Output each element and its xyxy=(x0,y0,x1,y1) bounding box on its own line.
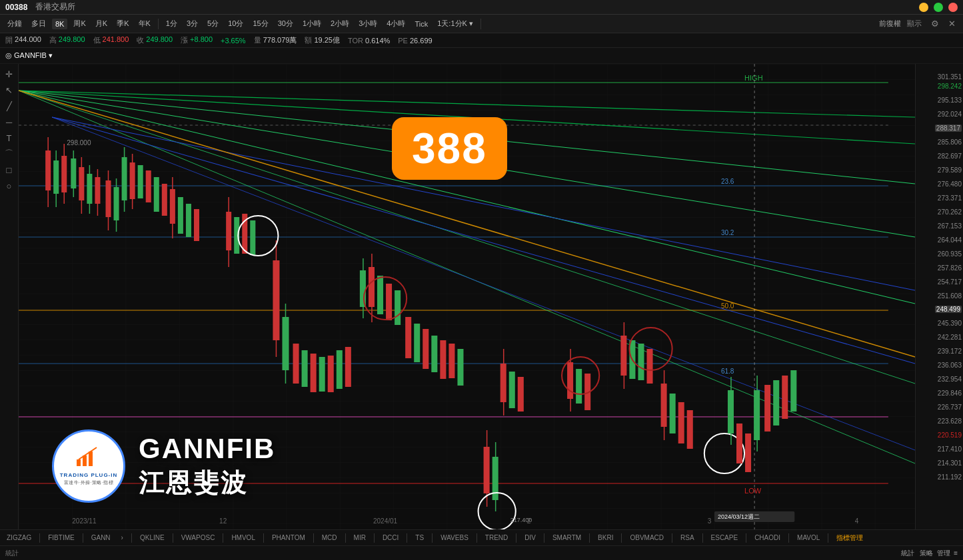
bt-zigzag[interactable]: ZIGZAG xyxy=(4,533,34,542)
svg-rect-85 xyxy=(250,220,255,255)
bt-mavol[interactable]: MAVOL xyxy=(794,533,822,542)
svg-rect-105 xyxy=(328,356,334,392)
bt-vwaposc[interactable]: VWAPOSC xyxy=(179,533,218,542)
bt-indicator-manage[interactable]: 指標管理 xyxy=(834,533,866,543)
tf-min[interactable]: 分鐘 xyxy=(4,17,25,30)
tf-8k[interactable]: 8K xyxy=(52,19,67,29)
price-214: 214.301 xyxy=(938,459,962,467)
tf-10min[interactable]: 10分 xyxy=(225,17,247,30)
svg-rect-107 xyxy=(345,347,351,387)
tf-1min[interactable]: 1分 xyxy=(163,17,181,30)
price-260: 260.935 xyxy=(938,250,962,258)
svg-text:LOW: LOW xyxy=(744,487,762,495)
left-toolbar: ✛ ↖ ╱ ─ T ⌒ □ ○ xyxy=(0,64,19,529)
tf-30min[interactable]: 30分 xyxy=(275,17,297,30)
fib-tool[interactable]: ⌒ xyxy=(2,146,17,161)
svg-text:4: 4 xyxy=(855,517,859,525)
tf-month[interactable]: 月K xyxy=(92,17,111,30)
svg-rect-89 xyxy=(282,317,289,370)
svg-rect-136 xyxy=(687,410,693,449)
bt-div[interactable]: DIV xyxy=(522,533,538,542)
tf-multiday[interactable]: 多日 xyxy=(28,17,49,30)
bt-phantom[interactable]: PHANTOM xyxy=(269,533,308,542)
rect-tool[interactable]: □ xyxy=(2,162,17,177)
tf-week[interactable]: 周K xyxy=(70,17,89,30)
settings-icon[interactable]: ⚙ xyxy=(928,17,942,30)
bt-gann[interactable]: GANN xyxy=(89,533,113,542)
bt-rsa[interactable]: RSA xyxy=(678,533,697,542)
price-301: 301.351 xyxy=(938,73,962,81)
svg-rect-100 xyxy=(395,290,401,325)
svg-rect-78 xyxy=(186,204,191,237)
price-257: 257.826 xyxy=(938,264,962,272)
svg-rect-64 xyxy=(122,157,127,200)
tf-4h[interactable]: 4小時 xyxy=(383,17,409,30)
maximize-btn[interactable] xyxy=(934,3,943,12)
svg-rect-162 xyxy=(77,459,81,466)
bt-sep18 xyxy=(702,533,703,543)
bt-hmvol[interactable]: HMVOL xyxy=(229,533,258,542)
tf-year[interactable]: 年K xyxy=(135,17,154,30)
bt-dcci[interactable]: DCCI xyxy=(380,533,401,542)
tf-1h[interactable]: 1小時 xyxy=(299,17,325,30)
bt-sep8 xyxy=(345,533,346,543)
bt-wavebs[interactable]: WAVEBS xyxy=(438,533,471,542)
tf-3h[interactable]: 3小時 xyxy=(355,17,381,30)
bt-sep5 xyxy=(223,533,223,543)
bt-sep15 xyxy=(589,533,590,543)
logo-right-text: GANNFIB 江恩斐波 xyxy=(139,433,275,500)
bt-mir[interactable]: MIR xyxy=(351,533,369,542)
tf-15min[interactable]: 15分 xyxy=(249,17,271,30)
circle-tool[interactable]: ○ xyxy=(2,178,17,193)
tf-5min[interactable]: 5分 xyxy=(204,17,222,30)
svg-rect-150 xyxy=(728,390,734,433)
crosshair-tool[interactable]: ✛ xyxy=(2,67,17,81)
svg-rect-114 xyxy=(457,349,463,386)
badge-388: 388 xyxy=(392,117,507,180)
bt-qkline[interactable]: QKLINE xyxy=(137,533,167,542)
line-tool[interactable]: ╱ xyxy=(2,99,17,113)
bt-mcd[interactable]: MCD xyxy=(319,533,340,542)
bt-smartm[interactable]: SMARTM xyxy=(550,533,584,542)
bt-bkri[interactable]: BKRI xyxy=(595,533,616,542)
svg-rect-102 xyxy=(302,350,308,387)
svg-rect-73 xyxy=(162,184,167,216)
svg-rect-161 xyxy=(790,370,796,412)
stock-code: 00388 xyxy=(5,3,27,12)
bt-escape[interactable]: ESCAPE xyxy=(708,533,741,542)
svg-rect-71 xyxy=(146,170,151,202)
bt-fibtime[interactable]: FIBTIME xyxy=(45,533,77,542)
infobar: 開 244.000 高 249.800 低 241.800 收 249.800 … xyxy=(0,33,963,48)
minimize-btn[interactable] xyxy=(919,3,928,12)
bt-ts[interactable]: TS xyxy=(413,533,427,542)
bt-gann-expand[interactable]: › xyxy=(119,533,126,542)
bt-obvmacd[interactable]: OBVMACD xyxy=(627,533,666,542)
svg-rect-98 xyxy=(377,276,383,314)
svg-text:23.6: 23.6 xyxy=(721,178,734,185)
close-btn[interactable] xyxy=(948,3,958,12)
text-tool[interactable]: T xyxy=(2,131,17,145)
display-btn[interactable]: 顯示 xyxy=(904,17,925,30)
svg-rect-70 xyxy=(138,165,143,198)
svg-text:217.400: 217.400 xyxy=(510,517,532,523)
chart-canvas[interactable]: 紅圈代表遇到江恩+斐波時的重要位置 388 HIGH LOW xyxy=(19,64,915,529)
tf-tick[interactable]: Tick xyxy=(411,19,431,29)
svg-rect-99 xyxy=(386,284,392,320)
price-292: 292.024 xyxy=(938,111,962,118)
arrow-tool[interactable]: ↖ xyxy=(2,83,17,97)
svg-text:3: 3 xyxy=(708,517,712,525)
price-236: 236.063 xyxy=(938,362,962,369)
tf-3min[interactable]: 3分 xyxy=(183,17,201,30)
bt-sep13 xyxy=(516,533,516,543)
close-chart-icon[interactable]: ✕ xyxy=(945,17,959,30)
hline-tool[interactable]: ─ xyxy=(2,115,17,129)
indicator-name[interactable]: ◎ GANNFIB ▾ xyxy=(5,51,53,60)
svg-rect-109 xyxy=(414,324,420,362)
prev-right-btn[interactable]: 前復權 xyxy=(879,19,901,29)
tf-2h[interactable]: 2小時 xyxy=(327,17,353,30)
svg-rect-125 xyxy=(620,336,626,376)
tf-quarter[interactable]: 季K xyxy=(113,17,132,30)
bt-trend[interactable]: TREND xyxy=(482,533,510,542)
tf-1d1m[interactable]: 1天:1分K ▾ xyxy=(434,17,477,30)
bt-chaodi[interactable]: CHAODI xyxy=(752,533,783,542)
